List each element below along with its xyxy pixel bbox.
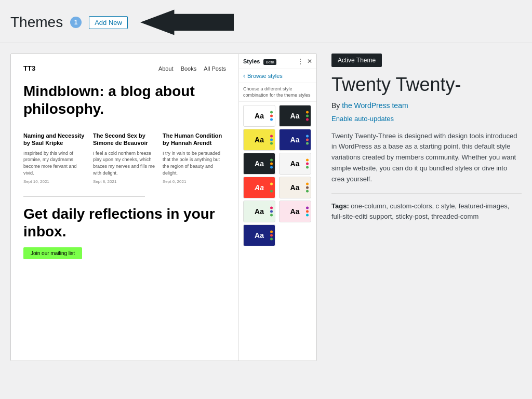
- blog-logo: TT3: [23, 64, 35, 72]
- styles-title-row: Styles Beta: [243, 58, 276, 64]
- beta-badge: Beta: [263, 59, 276, 65]
- add-new-button[interactable]: Add New: [89, 16, 128, 29]
- styles-panel-header: Styles Beta ⋮ ✕: [239, 54, 316, 69]
- styles-label: Styles: [243, 58, 260, 64]
- themes-count-badge: 1: [70, 17, 82, 28]
- arrow-icon: [140, 9, 234, 35]
- blog-cta-title: Get daily reflections in your inbox.: [23, 205, 226, 240]
- close-icon[interactable]: ✕: [307, 58, 312, 65]
- post-excerpt-2: I feel a cold northern breeze play upon …: [93, 150, 156, 176]
- nav-books: Books: [181, 65, 197, 72]
- page-header: Themes 1 Add New: [0, 0, 532, 43]
- nav-all-posts: All Posts: [204, 65, 226, 72]
- chevron-left-icon: ‹: [243, 72, 245, 79]
- post-date-3: Sept 6, 2021: [163, 179, 226, 184]
- post-date-1: Sept 10, 2021: [23, 179, 87, 184]
- post-excerpt-3: I try in vain to be persuaded that the p…: [163, 150, 226, 176]
- theme-info-panel: Active Theme Twenty Twenty- By the WordP…: [317, 54, 522, 222]
- list-item[interactable]: Aa: [243, 105, 275, 127]
- list-item: The Human Condition by Hannah Arendt I t…: [163, 132, 226, 184]
- style-swatches: Aa Aa: [239, 102, 316, 249]
- swatch-label: Aa: [255, 112, 264, 120]
- post-excerpt-1: Inspirited by this wind of promise, my d…: [23, 150, 87, 176]
- theme-author: By the WordPress team: [331, 101, 522, 110]
- styles-panel-icons: ⋮ ✕: [297, 57, 312, 65]
- theme-description: Twenty Twenty-Three is designed with des…: [331, 131, 522, 185]
- swatch-dots: [270, 183, 273, 193]
- author-prefix: By: [331, 101, 342, 110]
- list-item[interactable]: Aa: [279, 129, 311, 151]
- swatch-dots: [270, 159, 273, 169]
- swatch-dots: [306, 207, 309, 217]
- theme-card: TT3 About Books All Posts Mindblown: a b…: [10, 54, 317, 361]
- blog-hero-title: Mindblown: a blog about philosophy.: [23, 83, 226, 117]
- list-item[interactable]: Aa: [243, 224, 275, 246]
- post-title-1: Naming and Necessity by Saul Kripke: [23, 132, 87, 147]
- swatch-label: Aa: [255, 207, 264, 216]
- list-item: Naming and Necessity by Saul Kripke Insp…: [23, 132, 87, 184]
- swatch-label: Aa: [290, 136, 300, 144]
- post-date-2: Sept 8, 2021: [93, 179, 156, 184]
- svg-marker-0: [140, 9, 234, 35]
- tags-label: Tags:: [331, 202, 349, 210]
- main-content: TT3 About Books All Posts Mindblown: a b…: [0, 43, 532, 371]
- mailing-list-button[interactable]: Join our mailing list: [23, 247, 82, 259]
- blog-header: TT3 About Books All Posts: [23, 64, 226, 72]
- list-item[interactable]: Aa: [279, 201, 311, 222]
- swatch-label: Aa: [290, 207, 300, 216]
- swatch-label: Aa: [255, 136, 264, 144]
- page-title: Themes: [10, 15, 63, 30]
- browse-styles-label: Browse styles: [247, 73, 283, 79]
- theme-divider: [331, 193, 522, 194]
- preview-inner: TT3 About Books All Posts Mindblown: a b…: [11, 54, 316, 361]
- browse-styles-back[interactable]: ‹ Browse styles: [239, 69, 316, 83]
- active-theme-badge: Active Theme: [331, 54, 382, 67]
- blog-preview: TT3 About Books All Posts Mindblown: a b…: [11, 54, 238, 361]
- arrow-indicator: [140, 9, 234, 35]
- swatch-dots: [306, 183, 309, 193]
- swatch-label: Aa: [255, 231, 264, 240]
- swatch-label: Aa: [290, 112, 300, 120]
- more-options-icon[interactable]: ⋮: [297, 57, 304, 65]
- blog-nav: About Books All Posts: [158, 65, 226, 72]
- styles-panel: Styles Beta ⋮ ✕ ‹ Browse styles Choose a…: [238, 54, 316, 361]
- swatch-label: Aa: [255, 159, 264, 168]
- list-item[interactable]: Aa: [243, 153, 275, 175]
- list-item[interactable]: Aa: [243, 201, 275, 222]
- swatch-dots: [306, 159, 309, 169]
- swatch-dots: [270, 111, 273, 121]
- theme-tags: Tags: one-column, custom-colors, c style…: [331, 201, 522, 223]
- swatch-dots: [306, 111, 309, 121]
- swatch-dots: [270, 231, 273, 241]
- swatch-dots: [306, 135, 309, 145]
- list-item[interactable]: Aa: [243, 129, 275, 151]
- tags-list: one-column, custom-colors, c style, feat…: [331, 202, 509, 221]
- styles-subtitle: Choose a different style combination for…: [239, 83, 316, 102]
- swatch-dots: [270, 135, 273, 145]
- post-title-2: The Second Sex by Simone de Beauvoir: [93, 132, 156, 147]
- post-title-3: The Human Condition by Hannah Arendt: [163, 132, 226, 147]
- list-item[interactable]: Aa: [279, 153, 311, 175]
- blog-divider: [23, 196, 145, 197]
- list-item[interactable]: Aa: [279, 177, 311, 198]
- enable-updates-link[interactable]: Enable auto-updates: [331, 115, 522, 123]
- swatch-dots: [270, 207, 273, 217]
- list-item[interactable]: Aa: [279, 105, 311, 127]
- list-item[interactable]: Aa: [243, 177, 275, 198]
- blog-posts: Naming and Necessity by Saul Kripke Insp…: [23, 132, 226, 184]
- theme-name: Twenty Twenty-: [331, 74, 522, 95]
- swatch-label: Aa: [290, 183, 300, 192]
- swatch-label: Aa: [290, 159, 300, 168]
- swatch-label: Aa: [255, 183, 264, 192]
- list-item: The Second Sex by Simone de Beauvoir I f…: [93, 132, 156, 184]
- author-link[interactable]: the WordPress team: [342, 101, 408, 110]
- nav-about: About: [158, 65, 174, 72]
